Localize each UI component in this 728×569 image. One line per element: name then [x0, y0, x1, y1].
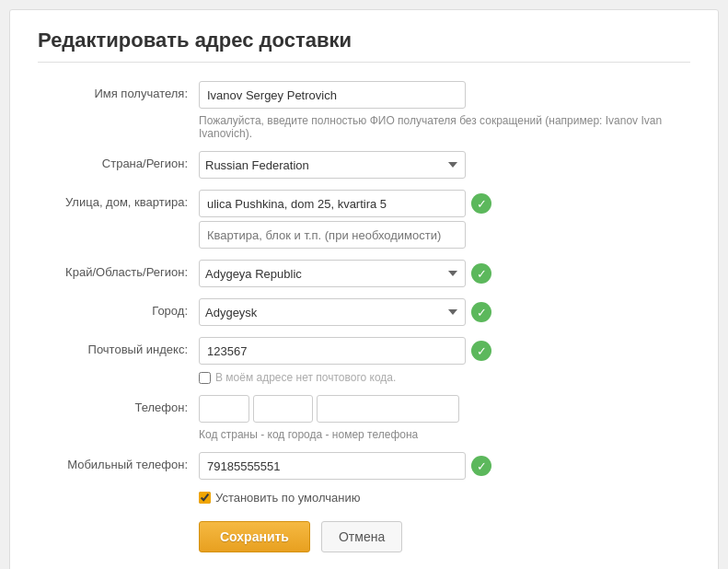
country-row: Страна/Регион: Russian Federation — [38, 151, 690, 179]
postal-code-field: ✓ В моём адресе нет почтового кода. — [199, 337, 690, 384]
mobile-phone-field-row: ✓ — [199, 452, 690, 480]
country-field-row: Russian Federation — [199, 151, 690, 179]
city-check-icon: ✓ — [471, 302, 491, 322]
mobile-check-icon: ✓ — [471, 456, 491, 476]
no-postal-checkbox[interactable] — [199, 372, 211, 384]
street2-input[interactable] — [199, 221, 466, 249]
region-field-row: Adygeya Republic ✓ — [199, 260, 690, 287]
mobile-phone-field: ✓ — [199, 452, 690, 480]
postal-check-icon: ✓ — [471, 341, 491, 361]
recipient-name-label: Имя получателя: — [38, 81, 199, 100]
page-title: Редактировать адрес доставки — [38, 29, 690, 63]
country-select[interactable]: Russian Federation — [199, 151, 466, 179]
country-label: Страна/Регион: — [38, 151, 199, 170]
phone-inputs-row — [199, 395, 690, 423]
recipient-name-input[interactable] — [199, 81, 466, 109]
save-button[interactable]: Сохранить — [199, 521, 310, 552]
phone-number-input[interactable] — [317, 395, 459, 423]
city-label: Город: — [38, 298, 199, 318]
city-field-row: Adygeysk ✓ — [199, 298, 690, 326]
postal-code-input[interactable] — [199, 337, 466, 365]
street1-row: ✓ — [199, 190, 690, 217]
no-postal-row: В моём адресе нет почтового кода. — [199, 371, 690, 384]
postal-code-label: Почтовый индекс: — [38, 337, 199, 356]
mobile-phone-label: Мобильный телефон: — [38, 452, 199, 471]
phone-hint: Код страны - код города - номер телефона — [199, 428, 690, 441]
city-row: Город: Adygeysk ✓ — [38, 298, 690, 326]
phone-field: Код страны - код города - номер телефона — [199, 395, 690, 441]
form-container: Редактировать адрес доставки Имя получат… — [9, 9, 719, 569]
phone-country-input[interactable] — [199, 395, 249, 423]
postal-code-row: Почтовый индекс: ✓ В моём адресе нет поч… — [38, 337, 690, 384]
mobile-phone-row: Мобильный телефон: ✓ — [38, 452, 690, 480]
street-field: ✓ — [199, 190, 690, 249]
phone-label: Телефон: — [38, 395, 199, 414]
region-select[interactable]: Adygeya Republic — [199, 260, 466, 287]
mobile-phone-input[interactable] — [199, 452, 466, 480]
country-field: Russian Federation — [199, 151, 690, 179]
city-select[interactable]: Adygeysk — [199, 298, 466, 326]
default-row: Установить по умолчанию — [199, 491, 690, 505]
cancel-button[interactable]: Отмена — [321, 521, 402, 552]
region-row: Край/Область/Регион: Adygeya Republic ✓ — [38, 260, 690, 287]
city-field: Adygeysk ✓ — [199, 298, 690, 326]
street-row: Улица, дом, квартира: ✓ — [38, 190, 690, 249]
recipient-name-row: Имя получателя: Пожалуйста, введите полн… — [38, 81, 690, 140]
buttons-row: Сохранить Отмена — [199, 521, 690, 552]
street2-row — [199, 221, 690, 249]
set-default-checkbox[interactable] — [199, 492, 211, 504]
street1-input[interactable] — [199, 190, 466, 217]
region-label: Край/Область/Регион: — [38, 260, 199, 279]
no-postal-label: В моём адресе нет почтового кода. — [215, 371, 396, 384]
street-label: Улица, дом, квартира: — [38, 190, 199, 209]
street1-check-icon: ✓ — [471, 193, 491, 214]
postal-code-field-row: ✓ — [199, 337, 690, 365]
region-check-icon: ✓ — [471, 263, 491, 284]
phone-row: Телефон: Код страны - код города - номер… — [38, 395, 690, 441]
region-field: Adygeya Republic ✓ — [199, 260, 690, 287]
recipient-name-hint: Пожалуйста, введите полностью ФИО получа… — [199, 114, 690, 140]
phone-city-input[interactable] — [253, 395, 313, 423]
recipient-name-field: Пожалуйста, введите полностью ФИО получа… — [199, 81, 690, 140]
default-label: Установить по умолчанию — [215, 491, 360, 505]
